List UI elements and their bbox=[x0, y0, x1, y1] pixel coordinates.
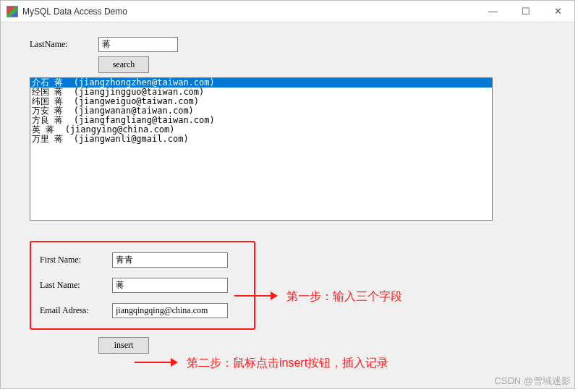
arrow-icon bbox=[234, 285, 278, 307]
search-button[interactable]: search bbox=[98, 56, 149, 73]
email-input[interactable] bbox=[112, 303, 228, 318]
window-title: MySQL Data Access Demo bbox=[22, 7, 477, 17]
svg-marker-1 bbox=[271, 291, 278, 300]
app-icon bbox=[7, 6, 18, 17]
insert-panel: First Name: Last Name: Email Adress: bbox=[30, 241, 255, 330]
watermark: CSDN @雪域迷影 bbox=[494, 375, 571, 388]
close-button[interactable]: ✕ bbox=[542, 1, 574, 22]
search-row: LastName: bbox=[30, 37, 545, 52]
maximize-button[interactable]: ☐ bbox=[509, 1, 542, 22]
arrow-icon bbox=[135, 351, 178, 373]
list-item[interactable]: 万里 蒋 (jiangwanli@gmail.com) bbox=[30, 135, 492, 144]
content-area: LastName: search 介石 蒋 (jiangzhongzhen@ta… bbox=[1, 22, 574, 368]
window-controls: — ☐ ✕ bbox=[477, 1, 574, 22]
lastname-input[interactable] bbox=[98, 37, 178, 52]
last-name-label: Last Name: bbox=[40, 280, 112, 291]
email-label: Email Adress: bbox=[40, 305, 112, 316]
email-row: Email Adress: bbox=[40, 303, 245, 318]
annotation-step1: 第一步：输入三个字段 bbox=[286, 289, 402, 304]
lastname-label: LastName: bbox=[30, 39, 98, 50]
last-name-row: Last Name: bbox=[40, 278, 245, 293]
results-listbox[interactable]: 介石 蒋 (jiangzhongzhen@taiwan.com) 经国 蒋 (j… bbox=[30, 77, 493, 221]
annotation-step2: 第二步：鼠标点击insert按钮，插入记录 bbox=[187, 356, 388, 371]
last-name-input[interactable] bbox=[112, 278, 228, 293]
first-name-row: First Name: bbox=[40, 252, 245, 268]
first-name-input[interactable] bbox=[112, 252, 228, 268]
titlebar: MySQL Data Access Demo — ☐ ✕ bbox=[1, 1, 574, 22]
svg-marker-3 bbox=[171, 358, 178, 367]
first-name-label: First Name: bbox=[40, 255, 112, 265]
app-window: MySQL Data Access Demo — ☐ ✕ LastName: s… bbox=[0, 0, 575, 389]
minimize-button[interactable]: — bbox=[477, 1, 509, 22]
